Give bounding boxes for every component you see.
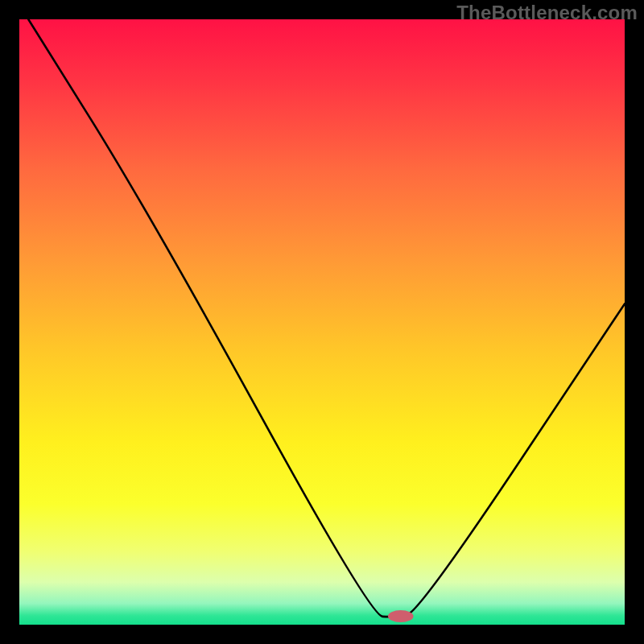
chart-frame: TheBottleneck.com	[0, 0, 644, 644]
gradient-background	[19, 19, 625, 625]
optimum-marker	[388, 610, 414, 622]
plot-area	[19, 19, 625, 625]
chart-svg	[19, 19, 625, 625]
